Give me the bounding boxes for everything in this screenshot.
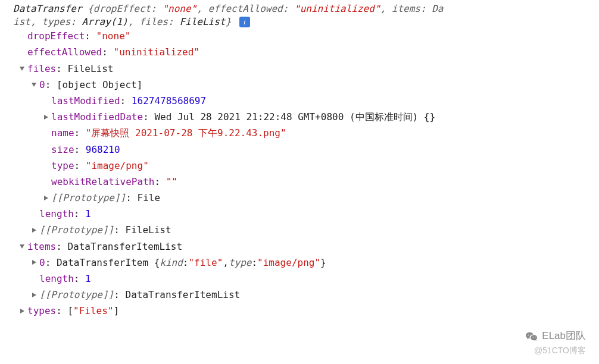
prop-lastModified[interactable]: lastModified: 1627478568697	[5, 93, 594, 109]
chevron-right-icon[interactable]	[18, 307, 26, 315]
blank-icon	[42, 161, 50, 170]
chevron-right-icon[interactable]	[42, 113, 50, 121]
chevron-right-icon[interactable]	[30, 258, 38, 266]
blank-icon	[42, 145, 50, 153]
blank-icon	[18, 32, 26, 40]
prop-items-0[interactable]: 0: DataTransferItem {kind: "file", type:…	[5, 255, 594, 271]
prop-name[interactable]: name: "屏幕快照 2021-07-28 下午9.22.43.png"	[5, 125, 594, 141]
watermark-source: @51CTO博客	[534, 344, 586, 358]
blank-icon	[42, 177, 50, 186]
prop-effectAllowed[interactable]: effectAllowed: "uninitialized"	[5, 44, 594, 60]
object-summary[interactable]: DataTransfer {dropEffect: "none", effect…	[5, 2, 594, 28]
prop-type[interactable]: type: "image/png"	[5, 158, 594, 174]
chevron-right-icon[interactable]	[42, 194, 50, 202]
prop-webkitRelativePath[interactable]: webkitRelativePath: ""	[5, 174, 594, 190]
prop-items-prototype[interactable]: [[Prototype]]: DataTransferItemList	[5, 287, 594, 303]
prop-types[interactable]: types: ["Files"]	[5, 303, 594, 319]
prop-items-length[interactable]: length: 1	[5, 271, 594, 287]
prop-lastModifiedDate[interactable]: lastModifiedDate: Wed Jul 28 2021 21:22:…	[5, 109, 594, 125]
prop-files-length[interactable]: length: 1	[5, 206, 594, 222]
chevron-right-icon[interactable]	[30, 226, 38, 234]
chevron-down-icon[interactable]	[18, 242, 26, 250]
prop-files[interactable]: files: FileList	[5, 61, 594, 77]
prop-items[interactable]: items: DataTransferItemList	[5, 239, 594, 255]
blank-icon	[30, 210, 38, 218]
prop-files-0[interactable]: 0: [object Object]	[5, 77, 594, 93]
chevron-down-icon[interactable]	[30, 80, 38, 89]
prop-dropEffect[interactable]: dropEffect: "none"	[5, 28, 594, 44]
blank-icon	[42, 129, 50, 137]
prop-file-prototype[interactable]: [[Prototype]]: File	[5, 190, 594, 206]
blank-icon	[30, 275, 38, 283]
prop-size[interactable]: size: 968210	[5, 142, 594, 158]
info-icon[interactable]: i	[239, 17, 250, 27]
blank-icon	[42, 97, 50, 105]
watermark-text: ELab团队	[542, 328, 586, 345]
prop-filelist-prototype[interactable]: [[Prototype]]: FileList	[5, 222, 594, 238]
chevron-down-icon[interactable]	[18, 64, 26, 73]
wechat-icon	[525, 331, 538, 342]
watermark-wechat: ELab团队	[525, 328, 586, 345]
chevron-right-icon[interactable]	[30, 291, 38, 299]
blank-icon	[18, 48, 26, 57]
